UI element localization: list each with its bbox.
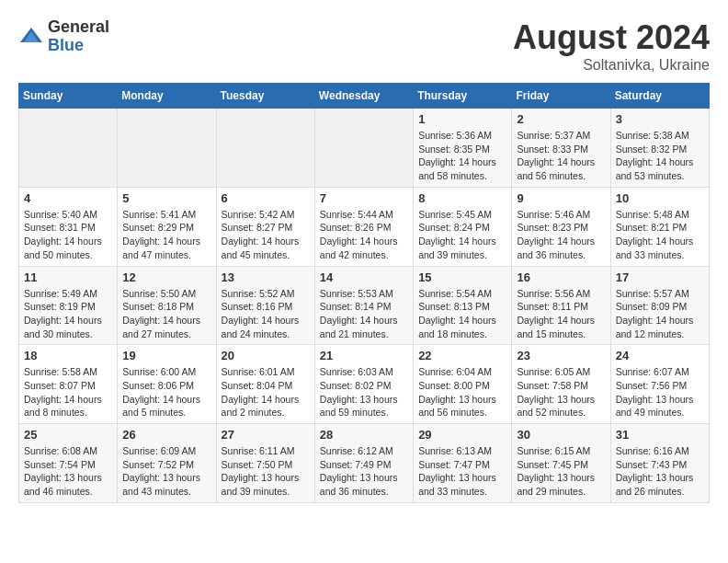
day-info: Sunrise: 5:52 AM Sunset: 8:16 PM Dayligh…	[222, 287, 310, 341]
calendar-cell: 9Sunrise: 5:46 AM Sunset: 8:23 PM Daylig…	[512, 187, 610, 266]
calendar-week-2: 4Sunrise: 5:40 AM Sunset: 8:31 PM Daylig…	[19, 187, 710, 266]
day-info: Sunrise: 5:38 AM Sunset: 8:32 PM Dayligh…	[616, 129, 704, 183]
day-info: Sunrise: 6:00 AM Sunset: 8:06 PM Dayligh…	[122, 365, 210, 419]
calendar-cell: 7Sunrise: 5:44 AM Sunset: 8:26 PM Daylig…	[314, 187, 413, 266]
calendar-cell: 4Sunrise: 5:40 AM Sunset: 8:31 PM Daylig…	[19, 187, 118, 266]
day-number: 29	[418, 428, 506, 442]
calendar-cell	[118, 109, 216, 188]
calendar-cell: 28Sunrise: 6:12 AM Sunset: 7:49 PM Dayli…	[314, 424, 413, 503]
calendar-cell: 2Sunrise: 5:37 AM Sunset: 8:33 PM Daylig…	[512, 109, 610, 188]
calendar-week-3: 11Sunrise: 5:49 AM Sunset: 8:19 PM Dayli…	[19, 266, 710, 345]
day-number: 10	[616, 191, 704, 205]
day-info: Sunrise: 5:53 AM Sunset: 8:14 PM Dayligh…	[320, 287, 408, 341]
page-header: General Blue August 2024 Soltanivka, Ukr…	[18, 18, 710, 74]
logo-blue: Blue	[48, 37, 109, 55]
calendar-week-1: 1Sunrise: 5:36 AM Sunset: 8:35 PM Daylig…	[19, 109, 710, 188]
day-info: Sunrise: 5:40 AM Sunset: 8:31 PM Dayligh…	[24, 208, 112, 262]
weekday-header-tuesday: Tuesday	[216, 84, 314, 109]
calendar-cell: 16Sunrise: 5:56 AM Sunset: 8:11 PM Dayli…	[512, 266, 610, 345]
day-number: 3	[616, 112, 704, 126]
calendar-cell: 23Sunrise: 6:05 AM Sunset: 7:58 PM Dayli…	[512, 345, 610, 424]
day-info: Sunrise: 6:12 AM Sunset: 7:49 PM Dayligh…	[320, 444, 408, 499]
logo: General Blue	[18, 18, 109, 55]
calendar-cell	[314, 109, 413, 188]
month-year: August 2024	[513, 18, 710, 57]
day-info: Sunrise: 6:09 AM Sunset: 7:52 PM Dayligh…	[122, 444, 210, 499]
day-info: Sunrise: 5:41 AM Sunset: 8:29 PM Dayligh…	[122, 208, 210, 262]
day-number: 5	[122, 191, 210, 205]
calendar-cell: 19Sunrise: 6:00 AM Sunset: 8:06 PM Dayli…	[118, 345, 216, 424]
day-info: Sunrise: 6:05 AM Sunset: 7:58 PM Dayligh…	[517, 365, 605, 419]
calendar-cell: 13Sunrise: 5:52 AM Sunset: 8:16 PM Dayli…	[216, 266, 314, 345]
day-info: Sunrise: 5:57 AM Sunset: 8:09 PM Dayligh…	[616, 287, 704, 341]
day-number: 23	[517, 349, 605, 362]
day-number: 18	[24, 349, 112, 362]
calendar-cell: 10Sunrise: 5:48 AM Sunset: 8:21 PM Dayli…	[610, 187, 709, 266]
calendar-header: SundayMondayTuesdayWednesdayThursdayFrid…	[19, 84, 710, 109]
day-number: 6	[222, 191, 310, 205]
day-number: 15	[418, 270, 506, 284]
calendar-cell: 29Sunrise: 6:13 AM Sunset: 7:47 PM Dayli…	[414, 424, 512, 503]
day-number: 21	[320, 349, 408, 362]
day-number: 4	[24, 191, 112, 205]
weekday-header-friday: Friday	[512, 84, 610, 109]
calendar-cell	[216, 109, 314, 188]
day-number: 20	[222, 349, 310, 362]
calendar-cell: 26Sunrise: 6:09 AM Sunset: 7:52 PM Dayli…	[118, 424, 216, 503]
day-number: 27	[222, 428, 310, 442]
calendar-cell: 18Sunrise: 5:58 AM Sunset: 8:07 PM Dayli…	[19, 345, 118, 424]
day-number: 25	[24, 428, 112, 442]
calendar-cell: 24Sunrise: 6:07 AM Sunset: 7:56 PM Dayli…	[610, 345, 709, 424]
day-info: Sunrise: 5:58 AM Sunset: 8:07 PM Dayligh…	[24, 365, 112, 419]
day-number: 7	[320, 191, 408, 205]
day-info: Sunrise: 6:04 AM Sunset: 8:00 PM Dayligh…	[418, 365, 506, 419]
day-number: 30	[517, 428, 605, 442]
day-info: Sunrise: 6:11 AM Sunset: 7:50 PM Dayligh…	[222, 444, 310, 499]
day-info: Sunrise: 5:37 AM Sunset: 8:33 PM Dayligh…	[517, 129, 605, 183]
day-number: 1	[418, 112, 506, 126]
calendar-cell	[19, 109, 118, 188]
day-info: Sunrise: 6:07 AM Sunset: 7:56 PM Dayligh…	[616, 365, 704, 419]
day-info: Sunrise: 5:48 AM Sunset: 8:21 PM Dayligh…	[616, 208, 704, 262]
calendar-cell: 5Sunrise: 5:41 AM Sunset: 8:29 PM Daylig…	[118, 187, 216, 266]
calendar-body: 1Sunrise: 5:36 AM Sunset: 8:35 PM Daylig…	[19, 109, 710, 503]
day-number: 14	[320, 270, 408, 284]
weekday-header-saturday: Saturday	[610, 84, 709, 109]
day-info: Sunrise: 6:13 AM Sunset: 7:47 PM Dayligh…	[418, 444, 506, 499]
calendar-cell: 12Sunrise: 5:50 AM Sunset: 8:18 PM Dayli…	[118, 266, 216, 345]
calendar-cell: 25Sunrise: 6:08 AM Sunset: 7:54 PM Dayli…	[19, 424, 118, 503]
day-info: Sunrise: 5:36 AM Sunset: 8:35 PM Dayligh…	[418, 129, 506, 183]
weekday-header-row: SundayMondayTuesdayWednesdayThursdayFrid…	[19, 84, 710, 109]
calendar-table: SundayMondayTuesdayWednesdayThursdayFrid…	[18, 83, 710, 503]
day-number: 16	[517, 270, 605, 284]
day-info: Sunrise: 6:08 AM Sunset: 7:54 PM Dayligh…	[24, 444, 112, 499]
calendar-cell: 15Sunrise: 5:54 AM Sunset: 8:13 PM Dayli…	[414, 266, 512, 345]
day-info: Sunrise: 5:54 AM Sunset: 8:13 PM Dayligh…	[418, 287, 506, 341]
calendar-cell: 3Sunrise: 5:38 AM Sunset: 8:32 PM Daylig…	[610, 109, 709, 188]
calendar-cell: 21Sunrise: 6:03 AM Sunset: 8:02 PM Dayli…	[314, 345, 413, 424]
calendar-cell: 20Sunrise: 6:01 AM Sunset: 8:04 PM Dayli…	[216, 345, 314, 424]
day-number: 2	[517, 112, 605, 126]
weekday-header-wednesday: Wednesday	[314, 84, 413, 109]
title-block: August 2024 Soltanivka, Ukraine	[513, 18, 710, 74]
logo-general: General	[48, 18, 109, 37]
calendar-cell: 6Sunrise: 5:42 AM Sunset: 8:27 PM Daylig…	[216, 187, 314, 266]
calendar-week-5: 25Sunrise: 6:08 AM Sunset: 7:54 PM Dayli…	[19, 424, 710, 503]
weekday-header-thursday: Thursday	[414, 84, 512, 109]
logo-text: General Blue	[48, 18, 109, 55]
day-number: 24	[616, 349, 704, 362]
calendar-cell: 1Sunrise: 5:36 AM Sunset: 8:35 PM Daylig…	[414, 109, 512, 188]
day-number: 22	[418, 349, 506, 362]
day-number: 17	[616, 270, 704, 284]
day-number: 13	[222, 270, 310, 284]
calendar-week-4: 18Sunrise: 5:58 AM Sunset: 8:07 PM Dayli…	[19, 345, 710, 424]
weekday-header-sunday: Sunday	[19, 84, 118, 109]
day-info: Sunrise: 5:56 AM Sunset: 8:11 PM Dayligh…	[517, 287, 605, 341]
day-info: Sunrise: 6:03 AM Sunset: 8:02 PM Dayligh…	[320, 365, 408, 419]
day-info: Sunrise: 5:49 AM Sunset: 8:19 PM Dayligh…	[24, 287, 112, 341]
calendar-cell: 27Sunrise: 6:11 AM Sunset: 7:50 PM Dayli…	[216, 424, 314, 503]
calendar-cell: 30Sunrise: 6:15 AM Sunset: 7:45 PM Dayli…	[512, 424, 610, 503]
calendar-cell: 31Sunrise: 6:16 AM Sunset: 7:43 PM Dayli…	[610, 424, 709, 503]
weekday-header-monday: Monday	[118, 84, 216, 109]
calendar-cell: 17Sunrise: 5:57 AM Sunset: 8:09 PM Dayli…	[610, 266, 709, 345]
